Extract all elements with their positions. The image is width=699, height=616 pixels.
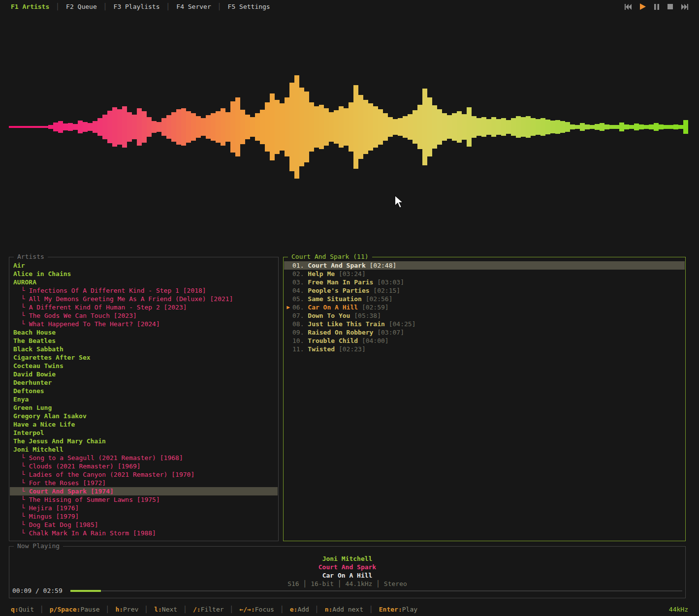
album-row[interactable]: └ The Gods We Can Touch [2023] [10, 311, 278, 320]
waveform-bar [19, 126, 24, 128]
waveform-bar [142, 111, 147, 143]
waveform-bar [9, 126, 14, 128]
album-row[interactable]: └ Mingus [1979] [10, 512, 278, 521]
waveform-bar [634, 123, 639, 130]
menu-tab-f3-playlists[interactable]: F3 Playlists [114, 3, 160, 10]
track-title: People's Parties [308, 286, 369, 295]
track-row[interactable]: 11. Twisted [02:23] [284, 345, 685, 353]
menu-tab-f2-queue[interactable]: F2 Queue [66, 3, 97, 10]
progress-fill [70, 590, 101, 592]
artist-row[interactable]: Deerhunter [10, 378, 278, 387]
keybind-label: Pause [80, 606, 99, 613]
track-row-selected[interactable]: 01. Court And Spark [02:48] [284, 261, 685, 270]
waveform-bar [230, 101, 235, 153]
waveform-bar [68, 123, 73, 131]
waveform-bar [664, 125, 668, 129]
track-row[interactable]: 10. Trouble Child [04:00] [284, 337, 685, 345]
waveform-bar [398, 118, 403, 136]
artist-row[interactable]: AURORA [10, 278, 278, 286]
waveform-bar [555, 120, 560, 134]
artist-row[interactable]: Green Lung [10, 403, 278, 412]
now-playing-panel: Now Playing Joni Mitchell Court And Spar… [9, 546, 686, 598]
artist-row[interactable]: The Jesus And Mary Chain [10, 437, 278, 445]
album-row[interactable]: └ The Hissing of Summer Lawns [1975] [10, 495, 278, 504]
marker-spacer [284, 278, 292, 286]
track-title: Help Me [308, 270, 335, 278]
keybind-focus: ←/→:Focus [239, 606, 274, 613]
menu-tab-f5-settings[interactable]: F5 Settings [228, 3, 270, 10]
album-label: A Different Kind Of Human - Step 2 [2023… [29, 304, 187, 311]
artist-row[interactable]: Air [10, 261, 278, 270]
waveform-bar [339, 106, 344, 148]
track-row[interactable]: 04. People's Parties [02:15] [284, 286, 685, 295]
play-icon[interactable] [640, 3, 646, 10]
album-row[interactable]: └ Clouds (2021 Remaster) [1969] [10, 462, 278, 470]
album-row[interactable]: └ Hejira [1976] [10, 504, 278, 512]
album-row[interactable]: └ For the Roses [1972] [10, 479, 278, 487]
artist-row[interactable]: Interpol [10, 429, 278, 437]
artist-row[interactable]: Deftones [10, 387, 278, 395]
track-row-playing[interactable]: ▶06. Car On A Hill [02:59] [284, 303, 685, 311]
waveform-bar [255, 113, 260, 141]
artist-row[interactable]: The Beatles [10, 337, 278, 345]
album-row[interactable]: └ Ladies of the Canyon (2021 Remaster) [… [10, 470, 278, 479]
artist-row[interactable]: Cigarettes After Sex [10, 353, 278, 362]
album-row[interactable]: └ Chalk Mark In A Rain Storm [1988] [10, 529, 278, 537]
waveform-bar [83, 122, 88, 132]
keybind-label: Play [402, 606, 417, 613]
artist-row[interactable]: Alice in Chains [10, 270, 278, 278]
artist-row[interactable]: Enya [10, 395, 278, 403]
album-label: What Happened To The Heart? [2024] [29, 320, 160, 328]
stop-icon[interactable] [667, 4, 673, 9]
waveform-bar [585, 124, 590, 129]
waveform-bar [521, 117, 526, 137]
waveform-bar [457, 111, 462, 143]
track-number: 07. [292, 311, 308, 320]
waveform-visualizer[interactable] [9, 74, 688, 180]
skip-forward-icon[interactable] [681, 4, 688, 10]
track-title: Raised On Robbery [308, 328, 373, 337]
waveform-bar [107, 111, 112, 143]
artist-row[interactable]: David Bowie [10, 370, 278, 378]
menu-tab-f1-artists[interactable]: F1 Artists [11, 3, 49, 10]
track-row[interactable]: 02. Help Me [03:24] [284, 270, 685, 278]
artist-row[interactable]: Gregory Alan Isakov [10, 412, 278, 420]
album-row[interactable]: └ A Different Kind Of Human - Step 2 [20… [10, 303, 278, 311]
waveform-bar [161, 118, 166, 136]
album-row[interactable]: └ What Happened To The Heart? [2024] [10, 320, 278, 328]
track-row[interactable]: 08. Just Like This Train [04:25] [284, 320, 685, 328]
artist-row[interactable]: Black Sabbath [10, 345, 278, 353]
track-title: Same Situation [308, 295, 362, 303]
track-row[interactable]: 05. Same Situation [02:56] [284, 295, 685, 303]
keybind-key: h: [115, 606, 123, 613]
artist-row[interactable]: Have a Nice Life [10, 420, 278, 429]
artist-row[interactable]: Beach House [10, 328, 278, 337]
tree-branch-icon: └ [13, 496, 29, 503]
statusbar-separator: │ [369, 606, 373, 613]
waveform-bar [560, 121, 565, 133]
track-title: Car On A Hill [308, 303, 358, 311]
waveform-bar [614, 125, 619, 129]
album-row[interactable]: └ Infections Of A Different Kind - Step … [10, 286, 278, 295]
statusbar-separator: │ [144, 606, 148, 613]
artist-row[interactable]: Cocteau Twins [10, 362, 278, 370]
marker-spacer [284, 295, 292, 303]
progress-bar[interactable] [70, 590, 682, 591]
pause-icon[interactable] [654, 4, 659, 10]
track-row[interactable]: 03. Free Man In Paris [03:03] [284, 278, 685, 286]
waveform-bar [649, 124, 654, 129]
waveform-bar [595, 124, 600, 130]
artist-row[interactable]: Joni Mitchell [10, 445, 278, 454]
waveform-bar [570, 124, 575, 129]
album-row[interactable]: └ All My Demons Greeting Me As A Friend … [10, 295, 278, 303]
album-row-selected[interactable]: └ Court And Spark [1974] [10, 487, 278, 495]
album-row[interactable]: └ Song to a Seagull (2021 Remaster) [196… [10, 454, 278, 462]
marker-spacer [284, 345, 292, 353]
track-duration: [03:03] [373, 278, 404, 286]
marker-spacer [284, 328, 292, 337]
album-row[interactable]: └ Dog Eat Dog [1985] [10, 521, 278, 529]
track-row[interactable]: 07. Down To You [05:38] [284, 311, 685, 320]
menu-tab-f4-server[interactable]: F4 Server [176, 3, 211, 10]
track-row[interactable]: 09. Raised On Robbery [03:07] [284, 328, 685, 337]
skip-back-icon[interactable] [625, 4, 632, 10]
